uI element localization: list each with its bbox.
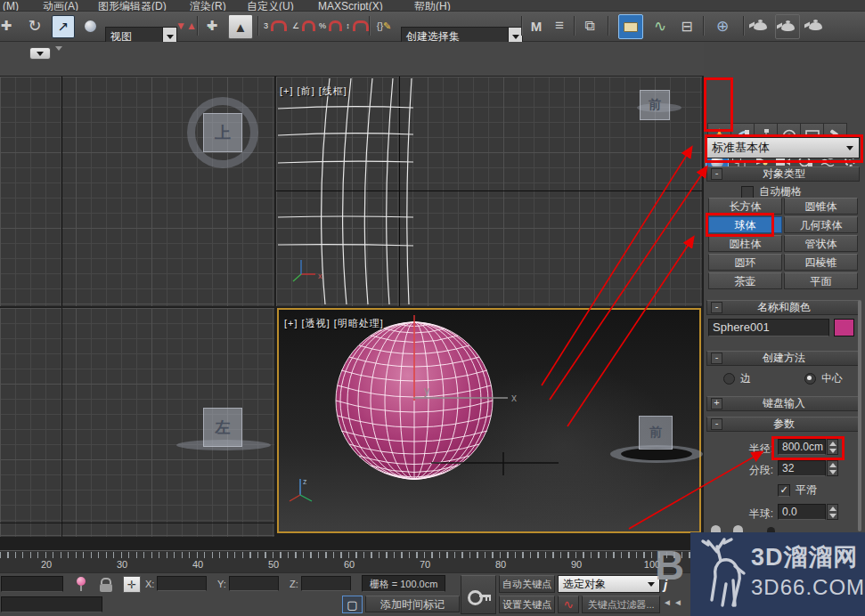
button-cylinder[interactable]: 圆柱体 <box>708 235 782 252</box>
key-filters-button[interactable]: 关键点过滤器... <box>582 596 660 613</box>
panel-scrollbar[interactable] <box>858 300 861 531</box>
auto-key-button[interactable]: 自动关键点 <box>499 575 555 593</box>
button-pyramid[interactable]: 四棱锥 <box>784 254 858 271</box>
viewcube-persp[interactable]: 前 <box>639 416 673 450</box>
isolate-selection-button[interactable]: ▢ <box>342 596 363 613</box>
viewcube-left[interactable]: 左 <box>203 408 242 447</box>
rollout-keyboard-entry[interactable]: + 键盘输入 <box>706 396 860 411</box>
graphite-ribbon-toggle-icon[interactable] <box>618 14 643 39</box>
absolute-mode-transform-icon[interactable]: ✛ <box>123 576 141 593</box>
collapse-icon: - <box>711 168 722 180</box>
select-place-icon[interactable]: •✚ <box>201 14 224 37</box>
rendered-frame-window-icon[interactable] <box>775 14 800 39</box>
select-move-icon[interactable]: ✚ <box>0 14 18 37</box>
viewport-layout-dropdown[interactable] <box>29 47 51 60</box>
key-filter-selection-combo[interactable]: 选定对象 <box>558 575 660 593</box>
menu-item[interactable]: 帮助(H) <box>414 0 451 12</box>
button-plane[interactable]: 平面 <box>784 272 858 289</box>
hemisphere-field[interactable]: 0.0 <box>778 504 826 520</box>
radius-field[interactable]: 800.0cm <box>778 439 826 455</box>
menu-item[interactable]: 动画(A) <box>43 0 78 12</box>
rotate-icon[interactable]: ↻ <box>23 14 46 37</box>
viewport-persp-label[interactable]: [+] [透视] [明暗处理] <box>284 317 384 330</box>
button-sphere[interactable]: 球体 <box>708 216 782 233</box>
material-editor-icon[interactable] <box>748 14 771 37</box>
radio-squash-partial[interactable] <box>733 525 743 532</box>
set-keys-big-button[interactable] <box>461 575 496 614</box>
smooth-label: 平滑 <box>796 482 817 498</box>
viewport-top[interactable]: 上 <box>0 77 274 306</box>
menu-item[interactable]: 渲染(R) <box>190 0 226 12</box>
mini-listener-line1[interactable] <box>1 576 63 592</box>
segments-field[interactable]: 32 <box>778 460 826 476</box>
curve-editor-icon[interactable]: ∿ <box>649 14 672 37</box>
button-box[interactable]: 长方体 <box>708 198 782 215</box>
z-coordinate-field[interactable] <box>301 576 351 591</box>
x-coordinate-field[interactable] <box>157 576 207 591</box>
radio-center[interactable] <box>804 373 816 385</box>
viewcube-top[interactable]: 上 <box>203 113 242 152</box>
object-color-swatch[interactable] <box>834 319 854 336</box>
rollout-name-color[interactable]: - 名称和颜色 <box>706 300 860 315</box>
snap-3d-icon[interactable]: 3 <box>264 14 287 37</box>
snap-angle-icon[interactable]: ∠ <box>292 14 315 37</box>
button-teapot[interactable]: 茶壶 <box>708 272 782 289</box>
timeline-tick-label: 50 <box>260 559 287 570</box>
menu-item[interactable]: 自定义(U) <box>247 0 294 12</box>
timeline-tick-label: 90 <box>563 559 590 570</box>
mini-listener-line2[interactable] <box>1 596 102 612</box>
mirror-icon[interactable]: M <box>525 14 548 37</box>
button-geosphere[interactable]: 几何球体 <box>784 216 858 233</box>
rollout-creation-method[interactable]: - 创建方法 <box>706 351 860 366</box>
menu-item[interactable]: (M) <box>3 0 19 12</box>
schematic-view-icon[interactable]: ⊟ <box>675 14 698 37</box>
menu-item[interactable]: 图形编辑器(D) <box>98 0 167 12</box>
render-production-icon[interactable] <box>804 14 827 37</box>
viewcube-front[interactable]: 前 <box>640 90 670 120</box>
rollout-object-type[interactable]: - 对象类型 <box>706 166 860 182</box>
timeline-ruler[interactable]: 2030405060708090100 <box>0 550 690 572</box>
use-pivot-center-icon[interactable]: ▼▲ <box>175 14 198 37</box>
radius-spinner[interactable] <box>827 439 838 455</box>
default-in-out-tangent-icon[interactable]: ∿ <box>558 596 579 613</box>
button-cone[interactable]: 圆锥体 <box>784 198 858 215</box>
up-arrow-button[interactable]: ▲ <box>228 14 253 39</box>
snap-percent-icon[interactable]: % <box>319 14 342 37</box>
set-key-button[interactable]: 设置关键点 <box>499 596 555 613</box>
object-name-field[interactable]: Sphere001 <box>708 319 829 336</box>
add-time-tag-button[interactable]: 添加时间标记 <box>365 596 460 612</box>
radio-chop-partial[interactable] <box>711 525 721 532</box>
rollout-parameters[interactable]: - 参数 <box>706 417 860 432</box>
select-manipulate-icon[interactable] <box>78 14 102 37</box>
segments-spinner[interactable] <box>827 460 838 476</box>
watermark-partial-letter: B <box>655 541 684 589</box>
radio-edge[interactable] <box>723 373 735 385</box>
go-to-start-partial-icon[interactable]: ◄◄ <box>663 597 684 607</box>
hemisphere-spinner[interactable] <box>827 504 838 520</box>
layer-manager-icon[interactable]: ⧉ <box>578 14 601 37</box>
pushpin-icon[interactable] <box>77 577 86 591</box>
viewport-left[interactable]: 左 <box>0 308 274 537</box>
creation-method-edge[interactable]: 边 <box>723 371 751 386</box>
button-torus[interactable]: 圆环 <box>708 254 782 271</box>
axis-y-label: y <box>424 385 429 397</box>
timeline-tick-label: 80 <box>487 559 514 570</box>
button-tube[interactable]: 管状体 <box>784 235 858 252</box>
snap-spinner-icon[interactable]: ↕ <box>346 14 369 37</box>
autogrid-checkbox[interactable] <box>741 186 754 199</box>
smooth-checkbox[interactable]: ✓ <box>778 484 790 497</box>
align-icon[interactable]: ≡ <box>548 14 571 37</box>
viewport-perspective[interactable]: x y z [+] [透视] [明暗处理] 前 <box>277 308 701 533</box>
viewport-front-label[interactable]: [+] [前] [线框] <box>280 85 347 98</box>
y-coordinate-field[interactable] <box>229 576 279 591</box>
creation-method-center[interactable]: 中心 <box>804 371 843 386</box>
mini-dropdown-arrow-icon[interactable] <box>55 51 62 67</box>
primitive-category-dropdown[interactable]: 标准基本体 <box>706 137 860 158</box>
scale-icon[interactable]: ↗ <box>52 15 75 38</box>
render-setup-icon[interactable]: ⊕ <box>711 14 734 37</box>
menu-item[interactable]: MAXScript(X) <box>318 0 383 12</box>
selection-lock-icon[interactable] <box>100 578 112 592</box>
rollout-title: 对象类型 <box>726 166 842 182</box>
edit-named-selections-icon[interactable]: {}✎ <box>372 14 396 37</box>
viewport-front[interactable]: x [+] [前] [线框] 前 <box>276 77 702 306</box>
